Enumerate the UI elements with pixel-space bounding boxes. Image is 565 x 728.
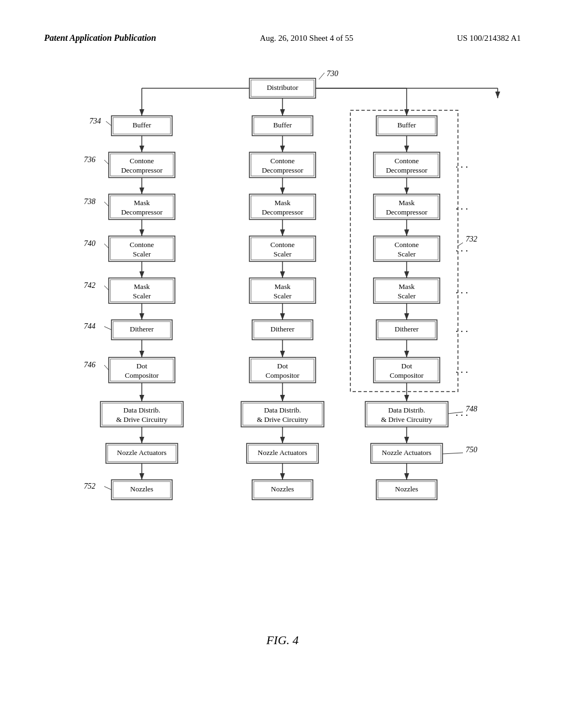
svg-text:. . .: . . . xyxy=(456,407,468,418)
svg-line-97 xyxy=(104,365,109,370)
svg-text:Mask: Mask xyxy=(275,282,291,291)
svg-text:. . .: . . . xyxy=(456,159,468,170)
svg-text:Dot: Dot xyxy=(277,362,288,370)
svg-line-30 xyxy=(104,160,109,164)
ref-734: 734 xyxy=(89,117,101,125)
svg-text:Scaler: Scaler xyxy=(133,250,151,258)
svg-text:Scaler: Scaler xyxy=(274,250,292,258)
ref-752: 752 xyxy=(84,482,95,490)
svg-text:Mask: Mask xyxy=(275,199,291,207)
svg-text:Nozzle Actuators: Nozzle Actuators xyxy=(382,448,431,457)
svg-text:. . .: . . . xyxy=(456,201,468,212)
ref-730: 730 xyxy=(327,71,338,78)
patent-number: US 100/214382 A1 xyxy=(457,34,521,43)
svg-text:Scaler: Scaler xyxy=(398,292,416,300)
svg-text:& Drive Circuitry: & Drive Circuitry xyxy=(381,415,433,424)
figure-label: FIG. 4 xyxy=(266,633,299,647)
svg-text:Dot: Dot xyxy=(136,362,147,370)
ref-740: 740 xyxy=(84,239,95,248)
svg-text:Mask: Mask xyxy=(399,282,415,291)
distributor-label: Distributor xyxy=(266,83,299,92)
ref-744: 744 xyxy=(84,322,95,330)
ref-742: 742 xyxy=(84,281,95,290)
patent-page: Patent Application Publication Aug. 26, … xyxy=(0,0,565,728)
svg-text:Mask: Mask xyxy=(134,282,150,291)
ref-746: 746 xyxy=(84,361,95,369)
svg-text:Nozzles: Nozzles xyxy=(130,485,153,493)
svg-text:Decompressor: Decompressor xyxy=(386,166,428,174)
svg-line-72 xyxy=(104,286,109,290)
svg-text:Compositor: Compositor xyxy=(265,371,300,379)
svg-text:& Drive Circuitry: & Drive Circuitry xyxy=(257,415,308,424)
page-header: Patent Application Publication Aug. 26, … xyxy=(0,0,565,54)
svg-text:Decompressor: Decompressor xyxy=(262,166,303,174)
svg-text:Data Distrib.: Data Distrib. xyxy=(388,406,425,414)
svg-text:. . .: . . . xyxy=(456,243,468,254)
svg-line-123 xyxy=(443,453,463,454)
svg-text:Scaler: Scaler xyxy=(133,292,151,300)
svg-text:Buffer: Buffer xyxy=(397,121,416,129)
svg-text:Data Distrib.: Data Distrib. xyxy=(123,406,160,414)
svg-text:Contone: Contone xyxy=(270,157,295,165)
svg-text:Decompressor: Decompressor xyxy=(386,208,428,216)
svg-line-133 xyxy=(104,486,111,490)
ref-750: 750 xyxy=(466,446,477,454)
svg-text:Decompressor: Decompressor xyxy=(262,208,303,216)
svg-text:Contone: Contone xyxy=(270,240,295,249)
svg-text:Ditherer: Ditherer xyxy=(270,325,295,333)
svg-text:Contone: Contone xyxy=(395,240,419,249)
svg-text:Mask: Mask xyxy=(134,199,150,207)
svg-text:. . .: . . . xyxy=(456,364,468,375)
svg-text:Decompressor: Decompressor xyxy=(121,208,163,216)
ref-732: 732 xyxy=(466,235,477,243)
publication-label: Patent Application Publication xyxy=(44,33,156,43)
svg-line-3 xyxy=(319,73,324,79)
svg-line-83 xyxy=(104,326,111,330)
svg-text:Nozzles: Nozzles xyxy=(395,485,418,493)
svg-text:Buffer: Buffer xyxy=(132,121,151,129)
svg-text:Nozzles: Nozzles xyxy=(271,485,294,493)
svg-text:Contone: Contone xyxy=(395,157,419,165)
diagram-area: Distributor 730 Buff xyxy=(0,71,565,647)
sheet-info: Aug. 26, 2010 Sheet 4 of 55 xyxy=(260,34,353,43)
svg-text:Scaler: Scaler xyxy=(274,292,292,300)
svg-text:. . .: . . . xyxy=(456,285,468,296)
svg-text:Ditherer: Ditherer xyxy=(130,325,154,333)
svg-text:Data Distrib.: Data Distrib. xyxy=(264,406,301,414)
svg-text:Contone: Contone xyxy=(130,157,154,165)
ref-738: 738 xyxy=(84,197,95,206)
svg-text:Scaler: Scaler xyxy=(398,250,416,258)
svg-text:Dot: Dot xyxy=(401,362,412,370)
svg-text:& Drive Circuitry: & Drive Circuitry xyxy=(116,415,168,424)
svg-text:Contone: Contone xyxy=(130,240,154,249)
svg-text:Buffer: Buffer xyxy=(273,121,292,129)
svg-text:Compositor: Compositor xyxy=(125,371,159,379)
svg-text:Nozzle Actuators: Nozzle Actuators xyxy=(117,448,167,457)
svg-text:. . .: . . . xyxy=(456,323,468,334)
svg-text:Decompressor: Decompressor xyxy=(121,166,163,174)
svg-text:Ditherer: Ditherer xyxy=(395,325,419,333)
svg-line-17 xyxy=(106,121,111,126)
svg-text:Mask: Mask xyxy=(399,199,415,207)
svg-text:Nozzle Actuators: Nozzle Actuators xyxy=(258,448,307,457)
svg-line-44 xyxy=(104,202,109,206)
svg-line-58 xyxy=(104,244,109,248)
diagram-svg: Distributor 730 Buff xyxy=(45,71,520,611)
svg-text:Compositor: Compositor xyxy=(390,371,424,379)
ref-736: 736 xyxy=(84,156,95,164)
